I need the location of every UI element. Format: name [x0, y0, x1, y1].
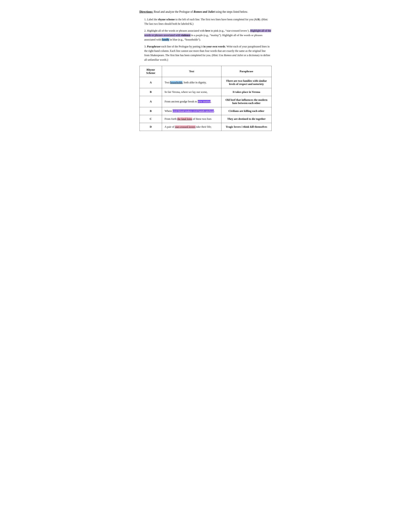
step1-ab: A B [255, 18, 259, 21]
step2-family-block: family [162, 38, 169, 41]
step2-violence: violence [181, 34, 190, 37]
star-crossed-highlight: star-crossed lovers [175, 125, 196, 128]
scheme-cell: B [140, 88, 162, 96]
table-header-row: RhymeScheme Text Paraphrase [140, 66, 271, 77]
paraphrase-cell: Civilians are killing each other [221, 107, 271, 115]
paraphrase-cell: There are two families with similar leve… [221, 77, 271, 88]
scheme-cell: A [140, 77, 162, 88]
steps-list: 1. Label the rhyme scheme to the left of… [140, 17, 271, 62]
step2-line1: Highlight all of the words or phrases as… [147, 29, 205, 32]
table-row: B Where civil blood makes civil hands un… [140, 107, 271, 115]
table-row: C From forth the fatal loins of these tw… [140, 115, 271, 123]
step-3: 3. Paraphrase each line of the Prologue … [144, 44, 271, 62]
text-cell: A pair of star-crossed lovers take their… [162, 123, 222, 131]
step2-love: love [205, 29, 210, 32]
step3-romeo-juliet: Romeo and Juliet [224, 54, 243, 57]
directions-section: Directions: Read and analyze the Prologu… [140, 10, 271, 14]
step1-num: 1. Label the rhyme scheme to the left of… [144, 18, 268, 25]
step-2: 2. Highlight all of the words or phrases… [144, 28, 271, 42]
step3-paraphrase: Paraphrase [147, 45, 160, 48]
step2-line2c: in blue (e.g., “households”). [169, 38, 201, 41]
text-cell: From ancient grudge break to new mutiny, [162, 96, 222, 107]
table-row: B In fair Verona, where we lay our scene… [140, 88, 271, 96]
text-cell: Where civil blood makes civil hands uncl… [162, 107, 222, 115]
paraphrase-cell: They are destined to die together [221, 115, 271, 123]
text-cell: From forth the fatal loins of these two … [162, 115, 222, 123]
step3-line1b: each line of the Prologue by putting it [160, 45, 203, 48]
fatal-loins-highlight: the fatal loins [177, 117, 192, 120]
scheme-cell: A [140, 96, 162, 107]
step1-g: G [190, 22, 192, 25]
civil-blood-highlight: civil blood makes civil hands unclean [173, 109, 214, 113]
table-row: A From ancient grudge break to new mutin… [140, 96, 271, 107]
paraphrase-cell: Tragic lovers i think kill themselves [221, 123, 271, 131]
text-cell: In fair Verona, where we lay our scene, [162, 88, 222, 96]
step3-num: 3. [144, 45, 147, 48]
directions-intro2: using the steps listed below. [215, 10, 248, 13]
households-highlight: households [170, 81, 182, 84]
scheme-cell: C [140, 115, 162, 123]
col-header-paraphrase: Paraphrase [221, 66, 271, 77]
step-1: 1. Label the rhyme scheme to the left of… [144, 17, 271, 26]
step2-line1b: in pink (e.g., “star-crossed lovers’). [210, 29, 250, 32]
paraphrase-cell: It takes place in Verona [221, 88, 271, 96]
paraphrase-cell: Old beef that influences the modern hate… [221, 96, 271, 107]
prologue-table: RhymeScheme Text Paraphrase A Two househ… [140, 66, 271, 131]
table-row: A Two households, both alike in dignity,… [140, 77, 271, 88]
step2-family: family [162, 38, 169, 41]
step3-own-words: in your own words [203, 45, 225, 48]
step1-rhyme-scheme: rhyme scheme [158, 18, 175, 21]
work-title: Romeo and Juliet [194, 10, 215, 13]
new-mutiny-highlight: new mutiny [198, 100, 211, 103]
col-header-text: Text [162, 66, 222, 77]
col-header-scheme: RhymeScheme [140, 66, 162, 77]
scheme-cell: B [140, 107, 162, 115]
directions-intro: Read and analyze the Prologue of [154, 10, 194, 13]
step2-num: 2. [144, 29, 147, 32]
text-cell: Two households, both alike in dignity, [162, 77, 222, 88]
scheme-cell: D [140, 123, 162, 131]
table-row: D A pair of star-crossed lovers take the… [140, 123, 271, 131]
directions-label: Directions: [140, 10, 153, 13]
